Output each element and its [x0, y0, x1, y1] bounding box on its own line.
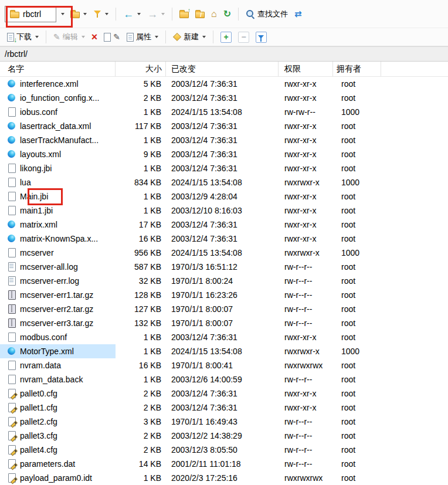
- file-name-cell[interactable]: lasertrack_data.xml: [0, 119, 116, 133]
- filter-toggle-button[interactable]: [253, 30, 269, 45]
- file-name-cell[interactable]: mcserver-err.log: [0, 274, 116, 288]
- file-row[interactable]: nvram_data.back1 KB2003/12/6 14:00:59rw-…: [0, 372, 448, 386]
- file-row[interactable]: parameters.dat14 KB2001/2/11 11:01:18rw-…: [0, 457, 448, 471]
- file-name-cell[interactable]: pallet1.cfg: [0, 401, 116, 415]
- file-name-cell[interactable]: matrix.xml: [0, 218, 116, 232]
- file-row[interactable]: mcserver-err2.tar.gz127 KB1970/1/1 8:00:…: [0, 302, 448, 316]
- column-header-owner[interactable]: 拥有者: [333, 62, 381, 76]
- file-name-cell[interactable]: main1.jbi: [0, 204, 116, 218]
- row-filler: [381, 189, 448, 204]
- file-row[interactable]: laserTrackManufact...1 KB2003/12/4 7:36:…: [0, 133, 448, 147]
- address-combobox[interactable]: rbctrl: [5, 6, 56, 22]
- file-name-cell[interactable]: mcserver-all.log: [0, 260, 116, 274]
- file-name-cell[interactable]: MotorType.xml: [0, 344, 116, 358]
- file-name-cell[interactable]: mcserver-err1.tar.gz: [0, 288, 116, 302]
- file-row[interactable]: mcserver-err.log32 KB1970/1/1 8:00:24rw-…: [0, 274, 448, 288]
- file-name-cell[interactable]: nvram.data: [0, 358, 116, 372]
- file-name-cell[interactable]: Main.jbi: [0, 189, 116, 204]
- file-row[interactable]: pallet3.cfg2 KB2003/12/2 14:38:29rw-r--r…: [0, 429, 448, 443]
- file-row[interactable]: interference.xml5 KB2003/12/4 7:36:31rwx…: [0, 77, 448, 91]
- path-bar[interactable]: /rbctrl/: [0, 46, 448, 62]
- file-row[interactable]: mcserver-all.log587 KB1970/1/3 16:51:12r…: [0, 260, 448, 274]
- file-row[interactable]: matrix-KnownSpa.x...16 KB2003/12/4 7:36:…: [0, 232, 448, 246]
- file-name-cell[interactable]: mcserver-err3.tar.gz: [0, 316, 116, 330]
- row-filler: [381, 429, 448, 443]
- file-size: 587 KB: [116, 260, 166, 274]
- file-changed: 2003/12/3 8:05:50: [166, 443, 279, 457]
- properties-button[interactable]: 属性: [124, 30, 161, 44]
- column-header-changed[interactable]: 已改变: [166, 62, 279, 76]
- file-name-cell[interactable]: mcserver: [0, 246, 116, 260]
- synchronize-button[interactable]: ⇄: [292, 7, 304, 21]
- file-row[interactable]: pallet4.cfg2 KB2003/12/3 8:05:50rw-r--r-…: [0, 443, 448, 457]
- file-row[interactable]: nvram.data16 KB1970/1/1 8:00:41rwxrwxrwx…: [0, 358, 448, 372]
- file-row[interactable]: Main.jbi1 KB2003/12/9 4:28:04rwxr-xr-xro…: [0, 189, 448, 204]
- address-dropdown[interactable]: [58, 6, 66, 22]
- find-files-button[interactable]: 查找文件: [243, 7, 290, 21]
- file-rights: rw-r--r--: [279, 372, 333, 386]
- rename-icon: [104, 33, 111, 42]
- root-directory-button[interactable]: /: [193, 8, 207, 20]
- file-name: pallet1.cfg: [20, 403, 57, 412]
- file-row[interactable]: pallet2.cfg3 KB1970/1/1 16:49:43rw-r--r-…: [0, 415, 448, 429]
- file-name-cell[interactable]: modbus.conf: [0, 330, 116, 344]
- home-directory-button[interactable]: ⌂: [209, 8, 219, 21]
- file-name-cell[interactable]: parameters.dat: [0, 457, 116, 471]
- file-name-cell[interactable]: io_function_config.x...: [0, 91, 116, 105]
- file-row[interactable]: main1.jbi1 KB2003/12/10 8:16:03rwxr-xr-x…: [0, 204, 448, 218]
- file-row[interactable]: mcserver956 KB2024/1/15 13:54:08rwxrwxr-…: [0, 246, 448, 260]
- file-name-cell[interactable]: matrix-KnownSpa.x...: [0, 232, 116, 246]
- file-row[interactable]: modbus.conf1 KB2003/12/4 7:36:31rwxr-xr-…: [0, 330, 448, 344]
- file-name-cell[interactable]: nvram_data.back: [0, 372, 116, 386]
- file-name-cell[interactable]: pallet4.cfg: [0, 443, 116, 457]
- file-file-icon: [7, 107, 16, 117]
- file-name-cell[interactable]: likong.jbi: [0, 161, 116, 175]
- row-filler: [381, 133, 448, 147]
- file-row[interactable]: lasertrack_data.xml117 KB2003/12/4 7:36:…: [0, 119, 448, 133]
- forward-button[interactable]: →: [145, 7, 167, 21]
- add-button[interactable]: +: [218, 30, 234, 45]
- rename-button[interactable]: ✎: [101, 31, 123, 43]
- file-row[interactable]: pallet1.cfg2 KB2003/12/4 7:36:31rwxr-xr-…: [0, 401, 448, 415]
- table-header: 名字 大小 已改变 权限 拥有者: [0, 62, 448, 77]
- file-rights: rw-r--r--: [279, 457, 333, 471]
- file-name-cell[interactable]: pallet2.cfg: [0, 415, 116, 429]
- new-button[interactable]: 新建: [171, 30, 208, 44]
- file-row[interactable]: iobus.conf1 KB2024/1/15 13:54:08rw-rw-r-…: [0, 105, 448, 119]
- file-row[interactable]: mcserver-err1.tar.gz128 KB1970/1/1 16:23…: [0, 288, 448, 302]
- file-row[interactable]: io_function_config.x...2 KB2003/12/4 7:3…: [0, 91, 448, 105]
- column-header-rights[interactable]: 权限: [279, 62, 333, 76]
- file-name-cell[interactable]: layouts.xml: [0, 147, 116, 161]
- file-name-cell[interactable]: pallet3.cfg: [0, 429, 116, 443]
- file-size: 9 KB: [116, 147, 166, 161]
- file-row[interactable]: layouts.xml9 KB2003/12/4 7:36:31rwxr-xr-…: [0, 147, 448, 161]
- file-name-cell[interactable]: laserTrackManufact...: [0, 133, 116, 147]
- file-name-cell[interactable]: mcserver-err2.tar.gz: [0, 302, 116, 316]
- file-row[interactable]: likong.jbi1 KB2003/12/4 7:36:31rwxr-xr-x…: [0, 161, 448, 175]
- properties-label: 属性: [136, 32, 151, 42]
- edit-button[interactable]: ✎ 编辑: [51, 30, 87, 44]
- file-row[interactable]: MotorType.xml1 KB2024/1/15 13:54:08rwxrw…: [0, 344, 448, 358]
- column-header-name[interactable]: 名字: [0, 62, 116, 76]
- parent-directory-button[interactable]: ↑: [177, 8, 191, 20]
- open-directory-button[interactable]: [68, 8, 89, 20]
- file-name-cell[interactable]: pallet0.cfg: [0, 386, 116, 401]
- directory-filter-button[interactable]: [91, 8, 111, 20]
- back-button[interactable]: ←: [121, 7, 143, 21]
- file-row[interactable]: mcserver-err3.tar.gz132 KB1970/1/1 8:00:…: [0, 316, 448, 330]
- file-name-cell[interactable]: iobus.conf: [0, 105, 116, 119]
- refresh-button[interactable]: ↻: [221, 8, 233, 21]
- file-name-cell[interactable]: interference.xml: [0, 77, 116, 91]
- remove-button[interactable]: −: [236, 30, 252, 45]
- column-header-size[interactable]: 大小: [116, 62, 166, 76]
- file-row[interactable]: matrix.xml17 KB2003/12/4 7:36:31rwxr-xr-…: [0, 218, 448, 232]
- file-row[interactable]: lua834 KB2024/1/15 13:54:08rwxrwxr-x1000: [0, 175, 448, 189]
- delete-button[interactable]: ×: [89, 30, 100, 44]
- file-name: MotorType.xml: [20, 347, 74, 356]
- download-button[interactable]: ↓ 下载: [5, 30, 41, 44]
- root-folder-icon: /: [195, 12, 205, 18]
- file-row[interactable]: pallet0.cfg2 KB2003/12/4 7:36:31rwxr-xr-…: [0, 386, 448, 401]
- file-row[interactable]: payload_param0.idt1 KB2020/2/3 17:25:16r…: [0, 471, 448, 485]
- file-name-cell[interactable]: payload_param0.idt: [0, 471, 116, 485]
- file-name-cell[interactable]: lua: [0, 175, 116, 189]
